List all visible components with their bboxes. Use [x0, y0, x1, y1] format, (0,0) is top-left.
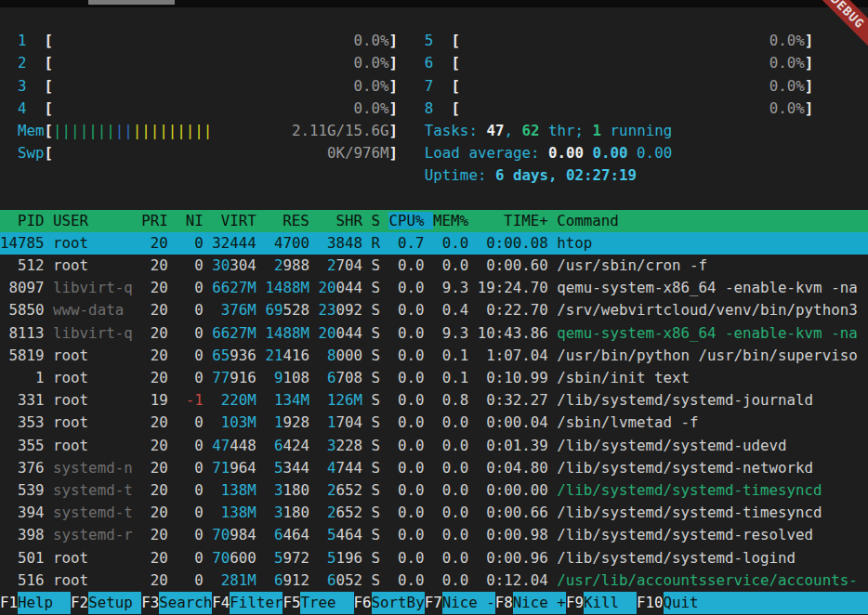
process-row[interactable]: 512 root 20 0 30304 2988 2704 S 0.0 0.0 … — [0, 255, 868, 277]
process-row[interactable]: 353 root 20 0 103M 1928 1704 S 0.0 0.0 0… — [0, 412, 868, 434]
pid-cell: 5850 — [0, 301, 53, 319]
user-cell: root — [53, 549, 133, 567]
fkey-action-label: Setup — [88, 592, 141, 614]
priority-cell: 20 — [141, 526, 177, 543]
cpu-meter-5: 5 [ 0.0%] — [407, 30, 868, 52]
fkey-f9[interactable]: F9Kill — [566, 592, 637, 614]
cpu-percent-cell: 0.0 — [389, 369, 434, 386]
process-row[interactable]: 331 root 19 -1 220M 134M 126M S 0.0 0.8 … — [0, 389, 868, 412]
nice-cell: 0 — [177, 369, 204, 386]
cpu-percent-cell: 0.0 — [389, 256, 434, 274]
process-row[interactable]: 5850 www-data 20 0 376M 69528 23092 S 0.… — [0, 299, 868, 321]
state-cell: S — [372, 571, 389, 589]
process-row[interactable]: 539 systemd-t 20 0 138M 3180 2652 S 0.0 … — [0, 479, 868, 502]
mem-meter: Mem[|||||||||||||||||| 2.11G/15.6G] — [0, 120, 407, 142]
header-columns: PID USER PRI NI VIRT RES SHR S — [0, 212, 388, 229]
fkey-f1[interactable]: F1Help — [0, 592, 71, 614]
res-cell: 134M — [274, 391, 309, 409]
process-row[interactable]: 501 root 20 0 70600 5972 5196 S 0.0 0.0 … — [0, 547, 868, 569]
process-row[interactable]: 398 systemd-r 20 0 70984 6464 5464 S 0.0… — [0, 524, 868, 546]
htop-terminal: 1 [ 0.0%] 2 [ 0.0%] 3 [ 0.0%] 4 [ 0.0%] … — [0, 7, 868, 615]
nice-cell: 0 — [177, 437, 204, 454]
process-table: 14785 root 20 0 32444 4700 3848 R 0.7 0.… — [0, 232, 868, 592]
cpu-meter-id: 6 — [425, 54, 434, 72]
process-row[interactable]: 355 root 20 0 47448 6424 3228 S 0.0 0.0 … — [0, 435, 868, 457]
meter-close-bracket: ] — [805, 32, 814, 49]
cpu-percent-cell: 0.0 — [389, 481, 434, 499]
function-key-bar: F1Help F2Setup F3SearchF4FilterF5Tree F6… — [0, 592, 868, 614]
process-row[interactable]: 394 systemd-t 20 0 138M 3180 2652 S 0.0 … — [0, 502, 868, 524]
res-cell: 1488M — [265, 279, 309, 296]
nice-cell: 0 — [177, 504, 204, 521]
state-cell: S — [372, 549, 389, 567]
priority-cell: 20 — [141, 549, 177, 567]
fkey-f5[interactable]: F5Tree — [283, 592, 353, 614]
fkey-f6[interactable]: F6SortBy — [354, 592, 425, 614]
state-cell: S — [372, 437, 389, 454]
cpu-meter-value: 0.0% — [460, 54, 805, 72]
fkey-f10[interactable]: F10Quit — [637, 592, 868, 614]
load-15m: 0.00 — [637, 144, 672, 162]
command-cell: qemu-system-x86_64 -enable-kvm -na — [557, 324, 857, 342]
virt-cell: 32 — [212, 234, 230, 252]
fkey-f8[interactable]: F8Nice + — [495, 592, 566, 614]
time-cell: 10:43.86 — [478, 324, 558, 342]
cpu-percent-cell: 0.0 — [389, 504, 434, 521]
command-cell: /lib/systemd/systemd-journald — [557, 391, 813, 409]
cpu-meter-id: 2 — [18, 54, 27, 72]
priority-cell: 20 — [141, 437, 177, 454]
command-cell: qemu-system-x86_64 -enable-kvm -na — [557, 279, 857, 296]
mem-percent-cell: 0.0 — [433, 459, 478, 477]
nice-cell: -1 — [177, 391, 204, 409]
fkey-label: F6 — [354, 592, 372, 614]
mem-percent-cell: 0.8 — [433, 391, 478, 409]
mem-meter-value: 2.11G/15.6G — [292, 122, 389, 139]
scrollbar-handle[interactable] — [88, 0, 175, 5]
tasks-summary: Tasks: 47, 62 thr; 1 running — [407, 120, 868, 142]
shr-cell: 5 — [327, 549, 336, 567]
res-cell: 21 — [265, 347, 283, 364]
cpu-percent-cell: 0.0 — [389, 413, 434, 431]
process-row[interactable]: 14785 root 20 0 32444 4700 3848 R 0.7 0.… — [0, 232, 868, 255]
cpu-meter-id: 1 — [18, 32, 27, 49]
process-row[interactable]: 8097 libvirt-q 20 0 6627M 1488M 20044 S … — [0, 277, 868, 299]
process-row[interactable]: 5819 root 20 0 65936 21416 8000 S 0.0 0.… — [0, 345, 868, 367]
cpu-meter-id: 3 — [18, 77, 27, 95]
fkey-f7[interactable]: F7Nice - — [425, 592, 495, 614]
process-row[interactable]: 8113 libvirt-q 20 0 6627M 1488M 20044 S … — [0, 322, 868, 345]
shr-cell: 3 — [327, 234, 336, 252]
sort-column-header[interactable]: CPU% — [388, 212, 433, 229]
meter-close-bracket: ] — [805, 54, 814, 72]
load-5m: 0.00 — [593, 144, 628, 162]
process-row[interactable]: 1 root 20 0 77916 9108 6708 S 0.0 0.1 0:… — [0, 367, 868, 389]
res-cell: 69 — [265, 301, 283, 319]
state-cell: S — [372, 504, 389, 521]
state-cell: S — [372, 459, 389, 477]
mem-percent-cell: 0.0 — [433, 504, 478, 521]
process-table-header[interactable]: PID USER PRI NI VIRT RES SHR S CPU% MEM%… — [0, 210, 868, 232]
meter-open-bracket: [ — [45, 99, 54, 117]
virt-cell: 47 — [212, 437, 230, 454]
mem-percent-cell: 0.0 — [433, 413, 478, 431]
fkey-f3[interactable]: F3Search — [141, 592, 212, 614]
state-cell: S — [372, 347, 389, 364]
virt-cell: 70 — [212, 526, 230, 543]
fkey-label: F9 — [566, 592, 584, 614]
user-cell: root — [53, 256, 133, 274]
cpu-percent-cell: 0.0 — [389, 279, 434, 296]
meter-open-bracket: [ — [451, 77, 460, 95]
process-row[interactable]: 376 systemd-n 20 0 71964 5344 4744 S 0.0… — [0, 457, 868, 479]
mem-percent-cell: 9.3 — [433, 324, 478, 342]
fkey-f2[interactable]: F2Setup — [71, 592, 141, 614]
pid-cell: 355 — [0, 437, 53, 454]
command-cell: /sbin/init text — [557, 369, 690, 386]
fkey-f4[interactable]: F4Filter — [212, 592, 283, 614]
user-cell: libvirt-q — [53, 324, 133, 342]
process-row[interactable]: 516 root 20 0 281M 6912 6052 S 0.0 0.0 0… — [0, 569, 868, 592]
swap-meter: Swp[ 0K/976M] — [0, 142, 407, 164]
cpu-meter-value: 0.0% — [53, 32, 388, 49]
meter-open-bracket: [ — [451, 54, 460, 72]
user-cell: systemd-r — [53, 526, 133, 543]
nice-cell: 0 — [177, 301, 204, 319]
shr-cell: 8 — [327, 347, 336, 364]
